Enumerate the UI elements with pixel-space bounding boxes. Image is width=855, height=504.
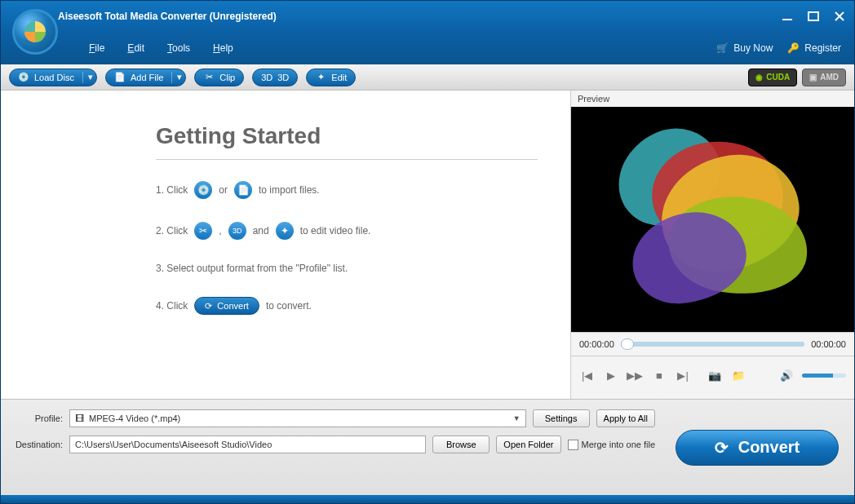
buy-now-link[interactable]: 🛒 Buy Now [716,42,773,54]
open-snapshot-folder-button[interactable]: 📁 [731,367,746,383]
checkbox-icon [568,440,578,450]
menu-edit[interactable]: Edit [124,39,148,57]
buy-now-label: Buy Now [733,42,773,54]
profile-label: Profile: [12,413,63,423]
load-disc-label: Load Disc [34,73,74,82]
add-file-label: Add File [131,73,163,82]
key-icon: 🔑 [787,42,800,54]
disc-plus-icon: 💿 [194,181,212,199]
add-file-icon: 📄 [114,72,126,83]
destination-label: Destination: [12,440,63,449]
time-current: 00:00:00 [579,339,614,349]
open-folder-button[interactable]: Open Folder [496,435,560,453]
prev-button[interactable]: |◀ [579,367,595,383]
getting-started-pane: Getting Started 1. Click 💿 or 📄 to impor… [1,91,570,399]
minimize-button[interactable] [779,9,795,24]
destination-value: C:\Users\User\Documents\Aiseesoft Studio… [75,440,272,449]
three-d-label: 3D [277,73,289,82]
merge-checkbox[interactable]: Merge into one file [568,440,656,450]
menu-help[interactable]: Help [210,39,237,57]
amd-label: AMD [820,73,839,82]
toolbar: 💿 Load Disc ▾ 📄 Add File ▾ ✂ Clip 3D 3D … [1,64,854,91]
cuda-label: CUDA [766,73,790,82]
menu-bar: File Edit Tools Help 🛒 Buy Now 🔑 Registe… [1,32,854,64]
chevron-down-icon: ▾ [177,72,182,82]
clip-label: Clip [219,73,235,82]
three-d-icon: 3D [261,72,272,83]
three-d-button[interactable]: 3D 3D [252,69,298,86]
time-row: 00:00:00 00:00:00 [571,332,854,356]
bottom-panel: Profile: 🎞 MPEG-4 Video (*.mp4) ▼ Settin… [1,399,854,495]
scissors-icon: ✂ [194,222,212,240]
time-total: 00:00:00 [811,339,846,349]
load-disc-button[interactable]: 💿 Load Disc ▾ [9,69,97,86]
profile-select[interactable]: 🎞 MPEG-4 Video (*.mp4) ▼ [69,409,526,427]
disc-icon: 💿 [18,72,29,83]
refresh-icon: ⟳ [715,438,729,458]
cuda-badge[interactable]: ◉ CUDA [748,69,797,86]
amd-icon: ▣ [809,73,817,82]
preview-display [571,107,854,332]
menu-tools[interactable]: Tools [164,39,193,57]
chevron-down-icon: ▾ [88,72,93,82]
mpeg-icon: 🎞 [75,413,84,423]
nvidia-icon: ◉ [755,73,763,82]
play-button[interactable]: ▶ [603,367,618,383]
profile-value: MPEG-4 Video (*.mp4) [89,413,180,423]
seek-slider[interactable] [621,342,804,347]
merge-label: Merge into one file [582,440,656,449]
edit-button[interactable]: ✦ Edit [306,69,356,86]
clip-button[interactable]: ✂ Clip [194,69,244,86]
scissors-icon: ✂ [203,72,215,83]
file-plus-icon: 📄 [234,181,252,199]
next-button[interactable]: ▶| [676,367,691,383]
destination-input[interactable]: C:\Users\User\Documents\Aiseesoft Studio… [69,435,426,453]
maximize-button[interactable] [805,9,822,24]
step-2: 2. Click ✂ , 3D and ✦ to edit video file… [156,222,538,240]
wand-step-icon: ✦ [276,222,294,240]
fast-forward-button[interactable]: ▶▶ [627,367,643,383]
cart-icon: 🛒 [716,42,729,54]
settings-button[interactable]: Settings [533,409,590,427]
browse-button[interactable]: Browse [432,435,490,453]
menu-file[interactable]: File [86,39,108,57]
register-link[interactable]: 🔑 Register [787,42,841,54]
edit-label: Edit [331,73,347,82]
register-label: Register [804,42,841,54]
convert-sample-button: ⟳ Convert [194,297,259,315]
snapshot-button[interactable]: 📷 [707,367,723,383]
getting-started-title: Getting Started [156,123,538,149]
apply-to-all-button[interactable]: Apply to All [596,409,655,427]
add-file-button[interactable]: 📄 Add File ▾ [105,69,186,86]
convert-label: Convert [738,438,800,457]
app-logo-icon [12,9,58,55]
refresh-icon: ⟳ [205,301,212,312]
three-d-step-icon: 3D [228,222,246,240]
step-3: 3. Select output format from the "Profil… [156,263,538,274]
volume-icon[interactable]: 🔊 [778,367,794,383]
chevron-down-icon: ▼ [513,414,521,422]
svg-rect-1 [808,12,818,20]
amd-badge[interactable]: ▣ AMD [802,69,846,86]
title-bar: Aiseesoft Total Media Converter (Unregis… [1,1,854,64]
preview-label: Preview [571,91,854,107]
player-controls: |◀ ▶ ▶▶ ■ ▶| 📷 📁 🔊 [571,356,854,394]
svg-rect-0 [782,19,792,20]
window-title: Aiseesoft Total Media Converter (Unregis… [58,11,779,22]
wand-icon: ✦ [315,72,326,83]
step-4: 4. Click ⟳ Convert to convert. [156,297,538,315]
convert-button[interactable]: ⟳ Convert [676,430,839,466]
footer-strip [1,495,854,503]
close-button[interactable] [831,9,848,24]
preview-pane: Preview 00:00:00 00:00:00 |◀ ▶ ▶▶ ■ ▶| [570,91,854,399]
stop-button[interactable]: ■ [651,367,667,383]
step-1: 1. Click 💿 or 📄 to import files. [156,181,538,199]
volume-slider[interactable] [802,374,846,378]
